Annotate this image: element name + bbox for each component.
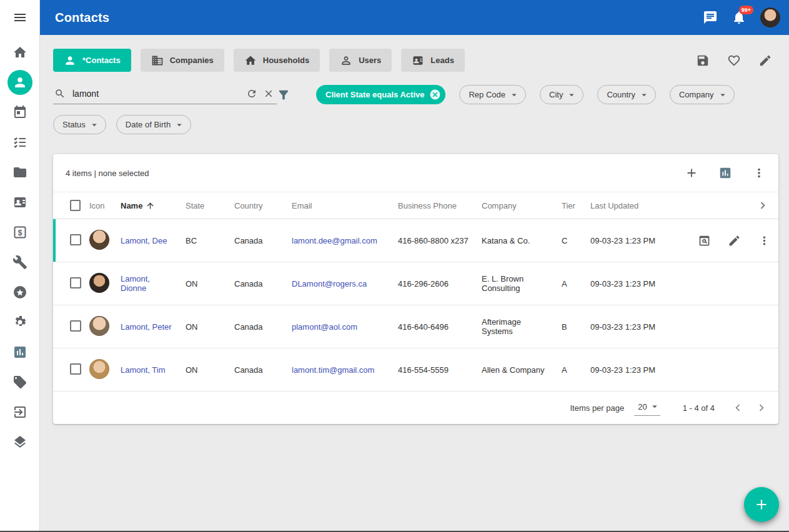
contact-email-link[interactable]: DLamont@rogers.ca bbox=[292, 279, 367, 288]
sidebar-item-home[interactable] bbox=[12, 45, 27, 60]
reports-icon bbox=[12, 345, 27, 360]
sidebar-item-directory[interactable] bbox=[12, 195, 27, 210]
column-header-last-updated[interactable]: Last Updated bbox=[590, 201, 685, 210]
filter-chip-company[interactable]: Company bbox=[670, 85, 735, 104]
contact-name-link[interactable]: Lamont, Peter bbox=[121, 322, 172, 332]
sidebar-item-calendar[interactable] bbox=[12, 105, 27, 120]
contact-name-link[interactable]: Lamont, Dee bbox=[121, 236, 167, 245]
invoice-icon: $ bbox=[12, 225, 27, 240]
preview-row-button[interactable] bbox=[698, 234, 711, 247]
contact-email-link[interactable]: plamont@aol.com bbox=[292, 322, 357, 332]
chevron-left-icon bbox=[731, 401, 745, 415]
column-header-company[interactable]: Company bbox=[482, 201, 562, 210]
sidebar-item-settings[interactable] bbox=[12, 315, 27, 330]
sidebar-item-tools[interactable] bbox=[12, 255, 27, 270]
chevron-down-icon bbox=[638, 89, 650, 101]
company-cell: E. L. Brown Consulting bbox=[482, 274, 562, 293]
main-content: *Contacts Companies Households Users Lea… bbox=[40, 35, 789, 532]
sidebar-item-reports[interactable] bbox=[12, 345, 27, 360]
next-page-button[interactable] bbox=[755, 401, 768, 415]
table-row[interactable]: Lamont, Dionne ON Canada DLamont@rogers.… bbox=[53, 262, 778, 305]
column-header-country[interactable]: Country bbox=[234, 201, 292, 210]
country-cell: Canada bbox=[234, 322, 292, 332]
country-cell: Canada bbox=[234, 236, 292, 245]
sidebar-item-tags[interactable] bbox=[12, 375, 27, 390]
exit-icon bbox=[12, 405, 27, 420]
chat-button[interactable] bbox=[703, 10, 718, 25]
row-checkbox[interactable] bbox=[70, 320, 81, 332]
tab-label: *Contacts bbox=[82, 56, 121, 65]
sort-ascending-icon bbox=[146, 201, 155, 210]
contact-email-link[interactable]: lamont.dee@gmail.com bbox=[292, 236, 377, 245]
items-per-page-select[interactable]: 20 bbox=[634, 400, 660, 416]
notifications-button[interactable]: 99+ bbox=[732, 10, 747, 25]
contact-avatar bbox=[89, 230, 109, 250]
search-input[interactable] bbox=[71, 88, 241, 99]
filter-button[interactable] bbox=[277, 88, 290, 102]
row-menu-button[interactable] bbox=[758, 234, 771, 247]
edit-view-button[interactable] bbox=[758, 54, 772, 67]
select-all-checkbox[interactable] bbox=[70, 200, 81, 211]
column-header-business-phone[interactable]: Business Phone bbox=[398, 201, 482, 210]
sidebar-item-contacts[interactable] bbox=[7, 70, 32, 95]
remove-filter-icon[interactable] bbox=[429, 89, 441, 101]
row-checkbox[interactable] bbox=[70, 234, 81, 245]
row-actions bbox=[685, 234, 778, 247]
table-row[interactable]: Lamont, Dee BC Canada lamont.dee@gmail.c… bbox=[53, 219, 778, 262]
clear-search-button[interactable] bbox=[263, 88, 274, 99]
column-header-name[interactable]: Name bbox=[121, 201, 186, 210]
sidebar-item-documents[interactable] bbox=[12, 165, 27, 180]
refresh-search-button[interactable] bbox=[246, 88, 257, 99]
email-cell: lamont.tim@gmail.com bbox=[292, 365, 398, 375]
filter-chip-rep-code[interactable]: Rep Code bbox=[459, 85, 526, 104]
column-header-state[interactable]: State bbox=[186, 201, 234, 210]
chevron-right-icon[interactable] bbox=[756, 199, 770, 212]
tier-cell: A bbox=[562, 279, 590, 288]
add-item-button[interactable] bbox=[685, 166, 698, 180]
table-row[interactable]: Lamont, Tim ON Canada lamont.tim@gmail.c… bbox=[53, 348, 778, 392]
add-contact-fab[interactable] bbox=[744, 487, 779, 522]
contact-name-link[interactable]: Lamont, Tim bbox=[121, 365, 166, 375]
tab-companies[interactable]: Companies bbox=[141, 49, 224, 72]
previous-page-button[interactable] bbox=[731, 401, 745, 415]
filter-chip-city[interactable]: City bbox=[540, 85, 583, 104]
sidebar-item-tasks[interactable] bbox=[12, 135, 27, 150]
active-filter-chip[interactable]: Client State equals Active bbox=[316, 85, 445, 104]
company-cell: Katana & Co. bbox=[482, 236, 562, 245]
tab-users[interactable]: Users bbox=[329, 49, 392, 72]
phone-cell: 416-860-8800 x237 bbox=[398, 236, 482, 245]
filter-chip-status[interactable]: Status bbox=[53, 115, 106, 134]
email-cell: lamont.dee@gmail.com bbox=[292, 236, 398, 245]
contact-email-link[interactable]: lamont.tim@gmail.com bbox=[292, 365, 374, 375]
chart-view-button[interactable] bbox=[718, 166, 732, 180]
filter-chip-date-of-birth[interactable]: Date of Birth bbox=[116, 115, 191, 134]
tab-leads[interactable]: Leads bbox=[401, 49, 465, 72]
chevron-right-icon bbox=[755, 401, 768, 415]
edit-row-button[interactable] bbox=[728, 234, 741, 247]
user-avatar[interactable] bbox=[760, 7, 780, 27]
save-view-button[interactable] bbox=[696, 54, 710, 67]
contact-name-link[interactable]: Lamont, Dionne bbox=[121, 274, 150, 293]
chevron-down-icon bbox=[717, 89, 728, 101]
sidebar-item-exit[interactable] bbox=[12, 405, 27, 420]
contact-card-icon bbox=[412, 54, 424, 67]
column-header-icon[interactable]: Icon bbox=[89, 201, 121, 210]
favorite-view-button[interactable] bbox=[727, 54, 741, 67]
row-checkbox[interactable] bbox=[70, 277, 81, 288]
filter-bar: Client State equals Active Rep Code City… bbox=[53, 85, 778, 104]
contact-avatar bbox=[89, 273, 109, 293]
sidebar-item-layers[interactable] bbox=[12, 435, 27, 450]
menu-button[interactable] bbox=[0, 0, 39, 35]
search-icon bbox=[54, 88, 66, 99]
table-menu-button[interactable] bbox=[752, 166, 766, 180]
tab-contacts[interactable]: *Contacts bbox=[53, 49, 131, 72]
column-header-email[interactable]: Email bbox=[292, 201, 398, 210]
column-header-tier[interactable]: Tier bbox=[562, 201, 590, 210]
row-checkbox[interactable] bbox=[70, 363, 81, 375]
table-row[interactable]: Lamont, Peter ON Canada plamont@aol.com … bbox=[53, 305, 778, 348]
tab-households[interactable]: Households bbox=[234, 49, 320, 72]
filter-chip-country[interactable]: Country bbox=[597, 85, 656, 104]
tab-label: Companies bbox=[170, 56, 214, 65]
sidebar-item-favorites[interactable] bbox=[12, 285, 27, 300]
sidebar-item-billing[interactable]: $ bbox=[12, 225, 27, 240]
